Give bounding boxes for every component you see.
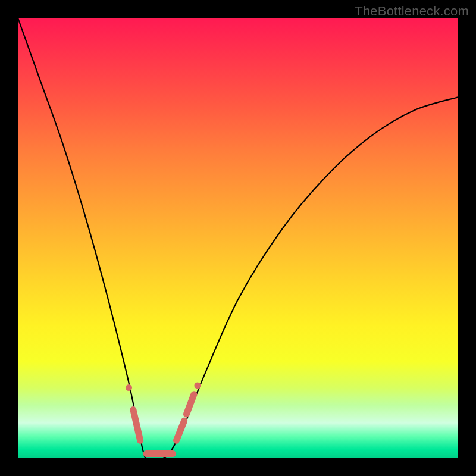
- curve-svg: [18, 18, 458, 458]
- left-cap-lower: [133, 410, 140, 441]
- chart-container: TheBottleneck.com: [0, 0, 476, 476]
- curve-markers: [126, 382, 201, 453]
- right-dot-top: [194, 382, 201, 389]
- right-cap-upper: [186, 394, 194, 414]
- left-dot-upper: [126, 384, 132, 391]
- plot-area: [18, 18, 458, 458]
- right-cap-lower: [176, 421, 184, 440]
- watermark-text: TheBottleneck.com: [355, 4, 469, 19]
- bottleneck-curve: [18, 18, 458, 460]
